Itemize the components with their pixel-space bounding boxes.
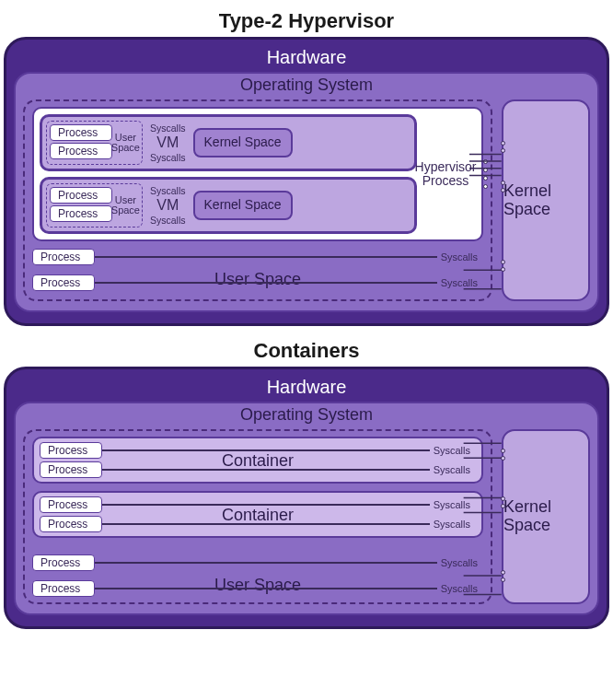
syscalls-label: Syscalls	[441, 557, 478, 568]
kernel-ports	[501, 141, 505, 153]
kernel-ports	[501, 570, 505, 582]
hypervisor-process-box: Hypervisor Process Process Process UserS…	[32, 107, 483, 241]
container-box: Container Process Syscalls Process Sysca…	[32, 491, 483, 538]
host-userspace-box: Container Process Syscalls Process Sysca…	[23, 429, 492, 604]
hardware-label: Hardware	[14, 45, 599, 72]
container-label: Container	[222, 505, 294, 524]
kernel-ports	[501, 449, 505, 461]
syscalls-label: Syscalls	[434, 519, 470, 530]
syscalls-label: Syscalls	[434, 464, 470, 475]
process-box: Process	[32, 249, 95, 265]
process-box: Process	[50, 187, 112, 204]
process-box: Process	[32, 580, 95, 597]
vm-kernel-box: Kernel Space	[193, 128, 293, 157]
vm-box: Process Process UserSpace Syscalls VM Sy…	[40, 114, 417, 171]
syscalls-label: Syscalls	[434, 445, 470, 456]
hypervisor-hardware-box: Hardware Operating System Hypervisor Pro…	[4, 37, 609, 326]
hypervisor-title: Type-2 Hypervisor	[4, 9, 609, 33]
host-userspace-box: Hypervisor Process Process Process UserS…	[23, 99, 492, 301]
kernel-ports	[501, 181, 505, 192]
process-box: Process	[40, 442, 102, 459]
vm-userspace-label: UserSpace	[111, 133, 140, 153]
hypervisor-process-label: Hypervisor Process	[413, 160, 478, 189]
containers-os-box: Operating System Container Process Sysca…	[14, 402, 599, 615]
containers-hardware-box: Hardware Operating System Container Proc…	[4, 367, 609, 629]
host-kernel-box: Kernel Space	[502, 99, 590, 301]
os-label: Operating System	[16, 76, 597, 99]
syscalls-label: Syscalls	[441, 277, 478, 288]
process-box: Process	[50, 124, 112, 141]
hypervisor-ports	[483, 159, 488, 189]
host-process-row: Process Syscalls	[32, 249, 483, 265]
syscalls-label: Syscalls	[434, 499, 470, 510]
vm-center-label: Syscalls VM Syscalls	[150, 185, 186, 226]
hypervisor-os-box: Operating System Hypervisor Process Proc…	[14, 72, 599, 312]
kernel-ports	[501, 496, 505, 508]
process-box: Process	[40, 516, 102, 532]
process-box: Process	[32, 274, 95, 291]
vm-center-label: Syscalls VM Syscalls	[150, 122, 186, 163]
vm-userspace: Process Process UserSpace	[46, 183, 143, 228]
container-label: Container	[222, 450, 294, 470]
vm-kernel-box: Kernel Space	[193, 191, 293, 219]
process-box: Process	[40, 496, 102, 513]
vm-userspace-label: UserSpace	[111, 195, 140, 216]
syscalls-label: Syscalls	[441, 251, 478, 262]
vm-box: Process Process UserSpace Syscalls VM Sy…	[40, 177, 417, 234]
containers-title: Containers	[4, 339, 609, 363]
process-box: Process	[40, 461, 102, 478]
container-box: Container Process Syscalls Process Sysca…	[32, 437, 483, 484]
vm-userspace: Process Process UserSpace	[46, 121, 143, 165]
host-kernel-box: Kernel Space	[502, 429, 590, 604]
kernel-ports	[501, 260, 505, 272]
process-box: Process	[32, 554, 95, 571]
process-box: Process	[50, 143, 112, 159]
syscalls-label: Syscalls	[441, 583, 478, 594]
hardware-label: Hardware	[14, 375, 599, 402]
os-label: Operating System	[16, 405, 597, 428]
process-box: Process	[50, 205, 112, 222]
host-process-row: Process Syscalls	[32, 554, 483, 571]
